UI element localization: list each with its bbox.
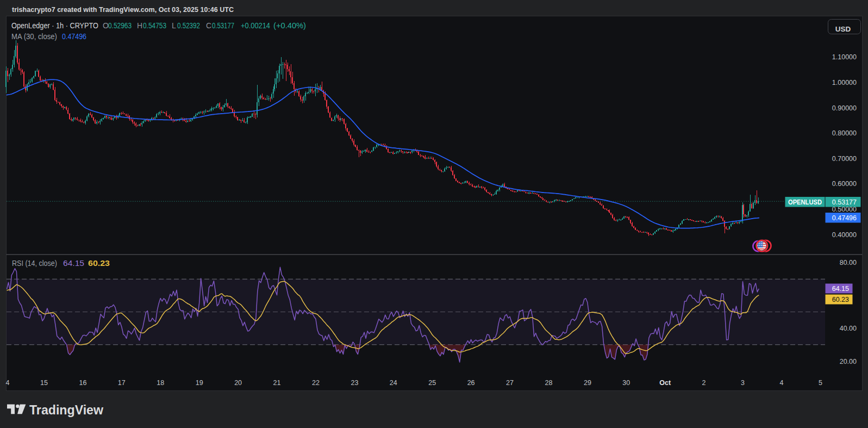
svg-text:60.23: 60.23 [832,296,849,303]
svg-text:23: 23 [351,379,358,387]
svg-text:20: 20 [234,379,242,387]
svg-text:TradingView: TradingView [29,402,104,417]
svg-text:40.00: 40.00 [840,325,857,332]
svg-text:15: 15 [40,379,48,387]
svg-text:Oct: Oct [659,379,671,387]
svg-text:18: 18 [157,379,164,387]
svg-text:21: 21 [273,379,281,387]
svg-text:0.52963: 0.52963 [108,21,132,30]
svg-text:C: C [206,21,211,30]
svg-text:28: 28 [545,379,553,387]
svg-text:29: 29 [584,379,591,387]
svg-text:30: 30 [622,379,630,387]
svg-text:60.23: 60.23 [88,259,110,268]
svg-text:0.70000: 0.70000 [832,155,857,163]
svg-text:4: 4 [6,379,10,387]
svg-text:4: 4 [780,379,784,387]
svg-text:RSI (14, close): RSI (14, close) [12,259,57,268]
svg-text:20.00: 20.00 [840,358,857,365]
svg-text:80.00: 80.00 [840,259,857,266]
svg-text:1.10000: 1.10000 [832,53,857,61]
svg-text:0.90000: 0.90000 [832,104,857,112]
svg-text:OPENLUSD: OPENLUSD [788,199,822,206]
svg-text:5: 5 [819,379,822,387]
svg-text:L: L [172,21,176,30]
svg-text:0.80000: 0.80000 [832,129,857,137]
svg-text:+0.00214: +0.00214 [241,21,270,30]
svg-text:22: 22 [312,379,320,387]
svg-text:27: 27 [506,379,514,387]
svg-text:USD: USD [835,25,851,33]
svg-text:17: 17 [118,379,126,387]
svg-text:1.00000: 1.00000 [832,79,857,86]
svg-text:2: 2 [702,379,706,387]
svg-text:25: 25 [428,379,436,387]
svg-text:19: 19 [196,379,203,387]
svg-text:0.47496: 0.47496 [832,214,857,222]
svg-text:64.15: 64.15 [63,259,84,268]
svg-text:MA (30, close): MA (30, close) [11,32,57,41]
svg-text:0.53177: 0.53177 [212,21,234,30]
svg-text:OpenLedger · 1h · CRYPTO: OpenLedger · 1h · CRYPTO [11,21,98,30]
svg-text:3: 3 [741,379,745,387]
svg-text:H: H [137,21,142,30]
svg-text:0.60000: 0.60000 [832,180,857,188]
svg-text:0.47496: 0.47496 [62,32,86,41]
svg-text:0.54753: 0.54753 [143,21,166,30]
svg-text:24: 24 [390,379,397,387]
svg-text:16: 16 [79,379,86,387]
svg-text:0.40000: 0.40000 [832,231,857,239]
svg-text:26: 26 [467,379,475,387]
svg-text:(+0.40%): (+0.40%) [273,21,306,30]
svg-text:trishacrypto7 created with Tra: trishacrypto7 created with TradingView.c… [12,5,234,14]
svg-text:0.52392: 0.52392 [177,21,200,30]
svg-text:64.15: 64.15 [832,285,849,293]
svg-text:0.53177: 0.53177 [832,199,857,206]
